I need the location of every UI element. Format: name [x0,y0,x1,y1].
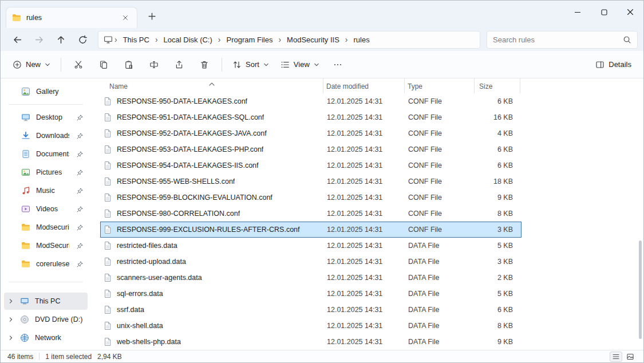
file-row[interactable]: RESPONSE-999-EXCLUSION-RULES-AFTER-CRS.c… [100,222,521,238]
delete-button[interactable] [192,54,216,75]
file-row[interactable]: RESPONSE-954-DATA-LEAKAGES-IIS.conf12.01… [100,157,521,173]
file-row[interactable]: sql-errors.data12.01.2025 14:31DATA File… [100,286,521,302]
sidebar-item-modsecurity[interactable]: ModSecurity [4,237,88,254]
file-row[interactable]: ssrf.data12.01.2025 14:31DATA File6 KB [100,302,521,318]
vertical-scrollbar[interactable] [638,78,642,350]
details-button[interactable]: Details [590,56,637,73]
sidebar-item-label: DVD Drive (D:) S... [35,315,84,323]
file-name: unix-shell.data [117,322,163,330]
delete-icon [200,60,209,69]
sidebar-item-desktop[interactable]: Desktop [4,109,88,126]
sidebar-divider [9,282,83,282]
file-date-modified: 12.01.2025 14:31 [324,145,405,153]
forward-button[interactable] [28,30,50,49]
file-row[interactable]: RESPONSE-955-WEB-SHELLS.conf12.01.2025 1… [100,173,521,190]
new-tab-button[interactable] [143,7,160,25]
toolbar-divider [61,58,61,72]
file-row[interactable]: RESPONSE-951-DATA-LEAKAGES-SQL.conf12.01… [100,109,521,125]
column-header-size[interactable]: Size [475,78,520,93]
sidebar-item-label: ModSecurity [36,242,69,250]
tab-rules[interactable]: rules [6,7,137,28]
refresh-button[interactable] [72,30,93,49]
file-row[interactable]: web-shells-php.data12.01.2025 14:31DATA … [100,334,521,350]
pictures-icon [21,168,30,177]
breadcrumb-item-modsecurity-iis[interactable]: ModSecurity IIS [283,34,343,46]
paste-button[interactable] [117,54,141,75]
file-date-modified: 12.01.2025 14:31 [324,97,405,105]
tab-close-icon[interactable] [120,12,131,23]
breadcrumb-chevron-icon[interactable]: › [276,35,283,44]
new-button[interactable]: New [7,56,56,73]
scrollbar-thumb[interactable] [639,240,642,339]
sidebar-item-documents[interactable]: Documents [4,145,88,163]
breadcrumb-chevron-icon[interactable]: › [216,35,223,44]
sidebar-item-this-pc[interactable]: This PC [4,293,88,310]
column-header-date-modified[interactable]: Date modified [323,78,405,93]
sidebar-item-dvd-drive-d-s[interactable]: DVD Drive (D:) S... [4,311,88,328]
breadcrumb-item-local-disk-c[interactable]: Local Disk (C:) [160,34,216,46]
sidebar-item-network[interactable]: Network [4,329,88,346]
thumbnail-view-button[interactable] [624,352,637,362]
file-name: RESPONSE-955-WEB-SHELLS.conf [117,177,235,186]
sidebar-item-pictures[interactable]: Pictures [4,164,88,181]
file-icon [103,193,112,202]
breadcrumb-item-rules[interactable]: rules [350,34,374,46]
file-row[interactable]: unix-shell.data12.01.2025 14:31DATA File… [100,318,521,334]
file-row[interactable]: restricted-upload.data12.01.2025 14:31DA… [100,254,521,270]
column-header-type[interactable]: Type [405,78,475,93]
sidebar-item-music[interactable]: Music [4,182,88,199]
share-button[interactable] [167,54,191,75]
sidebar-item-videos[interactable]: Videos [4,200,88,218]
copy-button[interactable] [92,54,116,75]
folder-icon [21,241,30,250]
sidebar-item-gallery[interactable]: Gallery [4,83,88,100]
search-icon [622,35,631,44]
up-button[interactable] [50,30,72,49]
file-row[interactable]: RESPONSE-952-DATA-LEAKAGES-JAVA.conf12.0… [100,125,521,141]
file-row[interactable]: scanners-user-agents.data12.01.2025 14:3… [100,270,521,286]
breadcrumb-chevron-icon[interactable]: › [343,35,350,44]
view-button[interactable]: View [275,56,325,73]
file-explorer-window: rules › This PC›Local Disk (C:)›Program … [0,0,644,363]
close-button[interactable] [617,1,643,23]
sort-button[interactable]: Sort [227,56,274,73]
file-icon [103,289,112,298]
sidebar-item-modsecurity[interactable]: Modsecurity [4,219,88,236]
sidebar-item-label: Music [36,187,69,195]
breadcrumb-chevron-icon[interactable]: › [113,35,119,44]
file-size: 5 KB [475,242,521,250]
maximize-button[interactable] [591,1,617,23]
details-view-button[interactable] [610,352,622,362]
pin-icon [75,149,84,159]
file-row[interactable]: RESPONSE-953-DATA-LEAKAGES-PHP.conf12.01… [100,141,521,157]
pin-icon [75,113,84,122]
file-date-modified: 12.01.2025 14:31 [324,226,405,234]
file-date-modified: 12.01.2025 14:31 [324,322,405,330]
rename-button[interactable] [142,54,166,75]
folder-icon [21,223,30,232]
back-button[interactable] [6,30,28,49]
breadcrumb-item-this-pc[interactable]: This PC [119,34,153,46]
minimize-icon [575,12,580,13]
sidebar-item-label: coreruleset-4... [36,260,69,268]
breadcrumb-item-program-files[interactable]: Program Files [223,34,277,46]
breadcrumb-chevron-icon[interactable]: › [153,35,160,44]
file-pane: Name Date modified Type Size RESPONSE-95… [91,78,643,350]
tab-title: rules [26,14,114,22]
search-input[interactable] [493,35,618,44]
statusbar-divider [39,353,39,360]
sidebar-item-label: Pictures [36,168,69,176]
file-row[interactable]: RESPONSE-950-DATA-LEAKAGES.conf12.01.202… [100,93,521,109]
file-row[interactable]: restricted-files.data12.01.2025 14:31DAT… [100,238,521,254]
sidebar-item-coreruleset-4[interactable]: coreruleset-4... [4,255,88,273]
file-row[interactable]: RESPONSE-959-BLOCKING-EVALUATION.conf12.… [100,190,521,206]
file-row[interactable]: RESPONSE-980-CORRELATION.conf12.01.2025 … [100,206,521,222]
file-type: CONF File [405,129,475,137]
address-bar[interactable]: › This PC›Local Disk (C:)›Program Files›… [98,31,480,49]
more-button[interactable] [326,54,350,75]
cut-button[interactable] [66,54,90,75]
pin-icon [75,186,84,195]
window-controls [564,1,643,23]
sidebar-item-downloads[interactable]: Downloads [4,127,88,144]
minimize-button[interactable] [564,1,591,23]
